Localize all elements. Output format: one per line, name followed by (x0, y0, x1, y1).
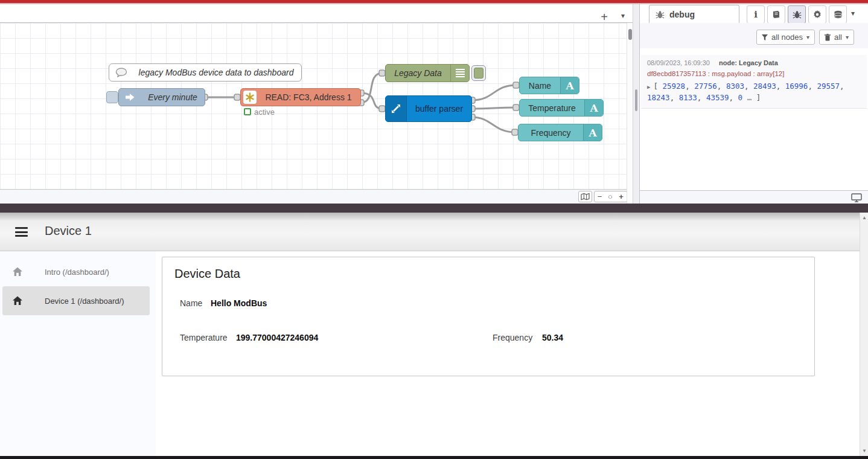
comment-node[interactable]: legacy ModBus device data to dashboard (109, 63, 302, 82)
context-data-tab-button[interactable] (829, 5, 847, 24)
modbus-status: active (244, 108, 275, 115)
frequency-value: 50.34 (542, 333, 563, 342)
dashboard-page-title: Device 1 (45, 224, 92, 238)
scroll-up-arrow[interactable]: ▲ (860, 215, 868, 220)
monitor-icon[interactable] (851, 193, 862, 202)
tab-debug-label: debug (669, 10, 695, 19)
debug-node-label: Legacy Data (386, 68, 450, 78)
text-a-icon: A (560, 77, 579, 94)
port[interactable] (234, 94, 240, 100)
port[interactable] (379, 70, 385, 76)
tab-debug[interactable]: debug (649, 5, 739, 23)
navigator-button[interactable] (578, 191, 592, 202)
debug-grip-icon (450, 65, 469, 82)
status-square-icon (244, 108, 251, 115)
book-icon (771, 10, 781, 19)
port[interactable] (513, 104, 519, 111)
ui-text-node-frequency[interactable]: Frequency A (518, 124, 602, 141)
temperature-value: 199.77000427246094 (236, 333, 318, 342)
window-bottom-edge (0, 456, 868, 459)
dashboard-main: Device Data Name Hello ModBus Temperatur… (156, 251, 860, 456)
inject-label: Every minute (141, 92, 205, 102)
filter-label: all nodes (771, 33, 803, 42)
flow-canvas[interactable]: legacy ModBus device data to dashboard E… (0, 23, 627, 189)
expand-arrows-icon (386, 96, 407, 121)
canvas-footer: − ○ + (0, 189, 627, 204)
scrollbar-thumb[interactable] (628, 29, 632, 40)
sidebar-splitter[interactable] (633, 4, 640, 204)
zoom-out-button[interactable]: − (594, 191, 605, 202)
name-label: Name (180, 298, 202, 308)
zoom-reset-button[interactable]: ○ (605, 191, 616, 202)
flow-list-caret-button[interactable]: ▾ (617, 11, 629, 24)
port[interactable] (513, 82, 519, 88)
filter-nodes-button[interactable]: all nodes ▾ (756, 30, 815, 45)
gear-icon (812, 10, 822, 19)
modbus-read-node[interactable]: READ: FC3, Address 1 (240, 88, 361, 106)
debug-message[interactable]: 08/09/2023, 16:09:30 node: Legacy Data d… (641, 55, 867, 109)
ui-text-node-name[interactable]: Name A (519, 77, 579, 94)
status-text: active (254, 108, 275, 117)
wire[interactable] (472, 108, 516, 109)
debug-enable-toggle[interactable] (471, 65, 486, 81)
sidebar-menu-caret[interactable]: ▾ (851, 9, 855, 18)
debug-message-list[interactable]: 08/09/2023, 16:09:30 node: Legacy Data d… (640, 48, 868, 190)
comment-bubble-icon (115, 68, 127, 77)
device-data-card: Device Data Name Hello ModBus Temperatur… (162, 257, 815, 376)
port[interactable] (512, 129, 518, 135)
text-a-icon: A (584, 100, 603, 116)
inject-arrow-icon (119, 89, 141, 106)
wire[interactable] (472, 117, 515, 132)
ui-text-node-temperature[interactable]: Temperature A (519, 99, 604, 117)
caret-down-icon: ▾ (846, 34, 849, 40)
debug-node-legacy-data[interactable]: Legacy Data (385, 64, 470, 82)
debug-sidebar: debug i (640, 4, 868, 204)
debug-filter-row: all nodes ▾ all ▾ (640, 23, 868, 49)
buffer-parser-node[interactable]: buffer parser (385, 95, 472, 122)
wire[interactable] (472, 85, 516, 100)
dashboard-toolbar: Device 1 (0, 213, 868, 251)
card-title: Device Data (174, 267, 240, 281)
bug-icon (793, 10, 802, 19)
dashboard-sidenav: Intro (/dashboard/) Device 1 (/dashboard… (0, 251, 156, 456)
window-separator (0, 204, 868, 213)
modbus-label: READ: FC3, Address 1 (257, 92, 360, 102)
comment-label: legacy ModBus device data to dashboard (131, 68, 301, 77)
home-icon (12, 296, 23, 306)
map-icon (581, 193, 590, 201)
nav-item-device-1[interactable]: Device 1 (/dashboard/) (2, 286, 150, 315)
payload-open-bracket: [ (653, 82, 662, 91)
home-icon (12, 267, 23, 277)
config-nodes-tab-button[interactable] (808, 5, 826, 24)
port[interactable] (379, 106, 385, 112)
debug-payload-array: 25928, 27756, 8303, 28493, 16996, 29557,… (647, 82, 849, 102)
debug-tab-button[interactable] (788, 5, 806, 24)
dashboard-scrollbar[interactable]: ▲ ▼ (860, 213, 868, 456)
help-tab-button[interactable] (767, 5, 785, 24)
caret-down-icon: ▾ (806, 34, 809, 40)
message-path: df8ecbd817357113 : msg.payload : array[1… (647, 70, 861, 77)
canvas-vertical-scrollbar[interactable] (627, 23, 633, 204)
inject-node[interactable]: Every minute (118, 88, 205, 106)
splitter-handle[interactable] (635, 89, 637, 111)
ui-text-label: Frequency (519, 128, 583, 138)
nav-item-label: Intro (/dashboard/) (45, 268, 109, 277)
scroll-down-arrow[interactable]: ▼ (860, 448, 868, 454)
ui-text-label: Name (520, 81, 560, 91)
parser-label: buffer parser (407, 104, 471, 114)
sidebar-footer (640, 190, 868, 204)
nav-item-intro[interactable]: Intro (/dashboard/) (2, 257, 150, 286)
expand-caret-icon[interactable]: ▶ (647, 84, 650, 90)
inject-trigger-button[interactable] (106, 91, 118, 103)
trash-icon (825, 34, 831, 41)
clear-messages-button[interactable]: all ▾ (819, 30, 854, 45)
menu-hamburger-icon[interactable] (15, 227, 28, 237)
info-tab-button[interactable]: i (747, 5, 765, 24)
message-source-node: node: Legacy Data (719, 59, 778, 66)
message-payload: ▶[ 25928, 27756, 8303, 28493, 16996, 295… (647, 80, 860, 104)
dashboard-window: Device 1 Intro (/dashboard/) Device 1 (/… (0, 213, 868, 456)
zoom-in-button[interactable]: + (616, 191, 627, 202)
app-root: + ▾ (0, 0, 868, 459)
frequency-label: Frequency (493, 333, 532, 342)
bug-icon (656, 10, 665, 19)
